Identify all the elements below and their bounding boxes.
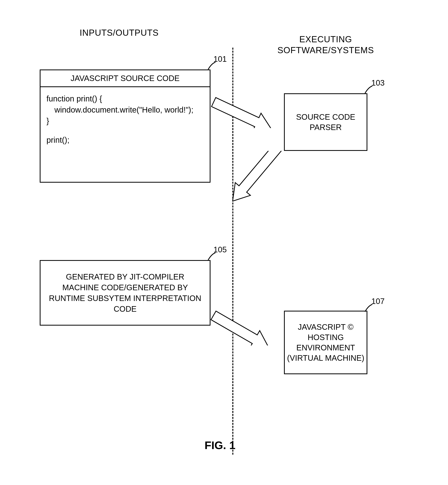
code-line-4: print(); <box>47 135 204 145</box>
code-line-3: } <box>47 115 204 127</box>
box105-text: GENERATED BY JIT-COMPILER MACHINE CODE/G… <box>47 269 203 316</box>
heading-right-text: EXECUTING SOFTWARE/SYSTEMS <box>277 34 374 55</box>
box-source-code-parser: SOURCE CODE PARSER <box>284 93 367 151</box>
box101-title-text: JAVASCRIPT SOURCE CODE <box>71 74 180 83</box>
heading-executing-systems: EXECUTING SOFTWARE/SYSTEMS <box>274 23 377 56</box>
box103-text: SOURCE CODE PARSER <box>285 112 367 132</box>
arrow-103-to-105 <box>208 151 308 262</box>
box-generated-jit: GENERATED BY JIT-COMPILER MACHINE CODE/G… <box>40 260 210 326</box>
leader-101 <box>207 61 218 72</box>
arrow-105-to-107 <box>210 302 286 345</box>
heading-left-text: INPUTS/OUTPUTS <box>80 28 159 38</box>
heading-inputs-outputs: INPUTS/OUTPUTS <box>70 28 169 38</box>
figure-label: FIG. 1 <box>205 439 236 452</box>
box107-text: JAVASCRIPT © HOSTING ENVIRONMENT (VIRTUA… <box>285 320 366 365</box>
box-javascript-source-code: JAVASCRIPT SOURCE CODE function print() … <box>40 70 210 183</box>
box101-title: JAVASCRIPT SOURCE CODE <box>40 70 210 87</box>
box101-code-body: function print() { window.document.write… <box>40 87 210 151</box>
leader-107 <box>363 303 375 315</box>
code-line-2: window.document.write("Hello, world!"); <box>47 104 204 115</box>
arrow-101-to-103 <box>210 88 286 128</box>
leader-103 <box>363 84 375 96</box>
diagram-canvas: INPUTS/OUTPUTS EXECUTING SOFTWARE/SYSTEM… <box>0 0 448 485</box>
code-line-1: function print() { <box>47 93 204 104</box>
box-hosting-environment: JAVASCRIPT © HOSTING ENVIRONMENT (VIRTUA… <box>284 311 367 374</box>
